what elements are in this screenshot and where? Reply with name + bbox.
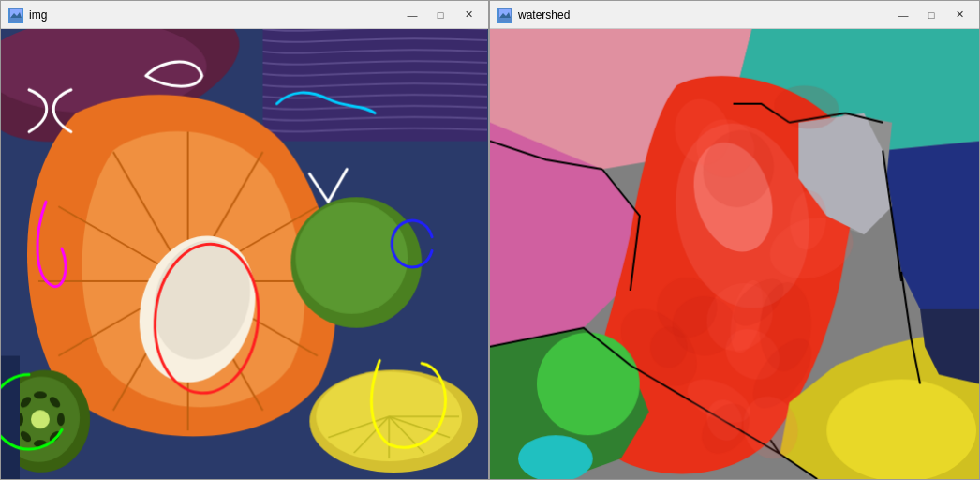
watershed-icon bbox=[497, 8, 512, 22]
img-icon bbox=[8, 8, 23, 22]
left-minimize-button[interactable]: — bbox=[400, 6, 424, 24]
right-canvas-area bbox=[490, 29, 979, 479]
right-title: watershed bbox=[518, 8, 891, 22]
right-minimize-button[interactable]: — bbox=[891, 6, 915, 24]
right-maximize-button[interactable]: □ bbox=[919, 6, 943, 24]
right-close-button[interactable]: ✕ bbox=[947, 6, 972, 24]
right-watershed-canvas[interactable] bbox=[490, 29, 979, 479]
right-titlebar: watershed — □ ✕ bbox=[490, 1, 979, 29]
left-canvas-area bbox=[1, 29, 488, 479]
right-titlebar-buttons: — □ ✕ bbox=[891, 6, 972, 24]
left-maximize-button[interactable]: □ bbox=[428, 6, 453, 24]
left-close-button[interactable]: ✕ bbox=[456, 6, 481, 24]
left-fruit-canvas[interactable] bbox=[1, 29, 488, 479]
left-titlebar: img — □ ✕ bbox=[1, 1, 488, 29]
left-title: img bbox=[29, 8, 400, 22]
right-window: watershed — □ ✕ bbox=[489, 0, 980, 480]
left-window: img — □ ✕ bbox=[0, 0, 489, 480]
left-titlebar-buttons: — □ ✕ bbox=[400, 6, 481, 24]
